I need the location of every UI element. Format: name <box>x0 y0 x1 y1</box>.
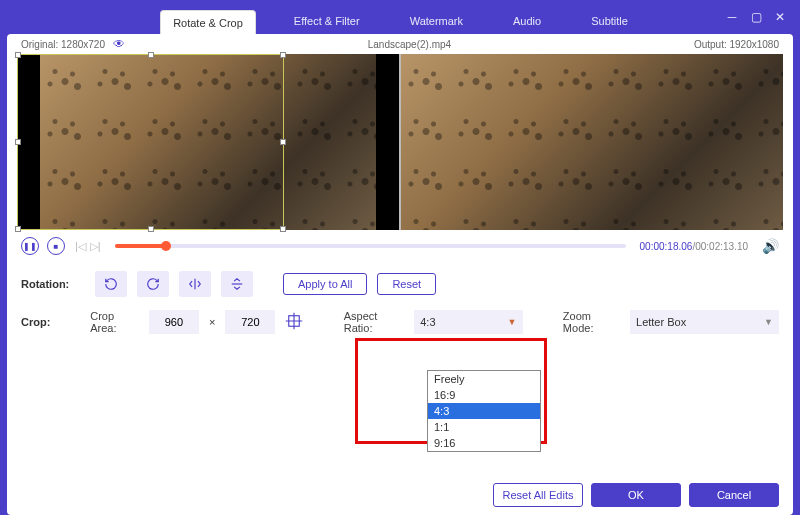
volume-icon[interactable]: 🔊 <box>762 238 779 254</box>
filename-label: Landscape(2).mp4 <box>125 39 694 50</box>
tab-bar: Rotate & Crop Effect & Filter Watermark … <box>7 9 793 34</box>
tab-watermark[interactable]: Watermark <box>398 9 475 34</box>
original-label: Original: 1280x720 <box>21 39 105 50</box>
aspect-option-16-9[interactable]: 16:9 <box>428 387 540 403</box>
cancel-button[interactable]: Cancel <box>689 483 779 507</box>
next-frame-button[interactable]: ▷| <box>90 240 101 253</box>
times-symbol: × <box>209 316 215 328</box>
reset-all-edits-button[interactable]: Reset All Edits <box>493 483 583 507</box>
minimize-button[interactable]: ─ <box>725 10 739 24</box>
prev-frame-button[interactable]: |◁ <box>75 240 86 253</box>
stop-button[interactable]: ■ <box>47 237 65 255</box>
close-button[interactable]: ✕ <box>773 10 787 24</box>
crop-width-input[interactable] <box>149 310 199 334</box>
aspect-ratio-select[interactable]: 4:3▼ <box>414 310 522 334</box>
aspect-option-9-16[interactable]: 9:16 <box>428 435 540 451</box>
seek-slider[interactable] <box>115 244 626 248</box>
tab-rotate-crop[interactable]: Rotate & Crop <box>160 10 256 35</box>
time-display: 00:00:18.06/00:02:13.10 <box>640 241 748 252</box>
aspect-ratio-dropdown[interactable]: Freely 16:9 4:3 1:1 9:16 <box>427 370 541 452</box>
flip-horizontal-button[interactable] <box>179 271 211 297</box>
ok-button[interactable]: OK <box>591 483 681 507</box>
flip-vertical-button[interactable] <box>221 271 253 297</box>
aspect-option-freely[interactable]: Freely <box>428 371 540 387</box>
reset-button[interactable]: Reset <box>377 273 436 295</box>
tab-audio[interactable]: Audio <box>501 9 553 34</box>
center-crop-icon[interactable] <box>285 312 303 332</box>
crop-height-input[interactable] <box>225 310 275 334</box>
rotate-left-button[interactable] <box>95 271 127 297</box>
zoom-mode-select[interactable]: Letter Box▼ <box>630 310 779 334</box>
zoom-mode-label: Zoom Mode: <box>563 310 620 334</box>
eye-icon[interactable]: 👁 <box>113 37 125 51</box>
apply-to-all-button[interactable]: Apply to All <box>283 273 367 295</box>
crop-selection[interactable] <box>17 54 284 230</box>
maximize-button[interactable]: ▢ <box>749 10 763 24</box>
tab-effect-filter[interactable]: Effect & Filter <box>282 9 372 34</box>
output-label: Output: 1920x1080 <box>694 39 779 50</box>
aspect-option-4-3[interactable]: 4:3 <box>428 403 540 419</box>
preview-original[interactable] <box>17 54 399 230</box>
preview-area <box>17 54 783 230</box>
crop-area-label: Crop Area: <box>90 310 139 334</box>
rotate-right-button[interactable] <box>137 271 169 297</box>
crop-label: Crop: <box>21 316 80 328</box>
aspect-ratio-label: Aspect Ratio: <box>344 310 405 334</box>
rotation-label: Rotation: <box>21 278 85 290</box>
aspect-option-1-1[interactable]: 1:1 <box>428 419 540 435</box>
pause-button[interactable]: ❚❚ <box>21 237 39 255</box>
preview-output <box>401 54 783 230</box>
tab-subtitle[interactable]: Subtitle <box>579 9 640 34</box>
